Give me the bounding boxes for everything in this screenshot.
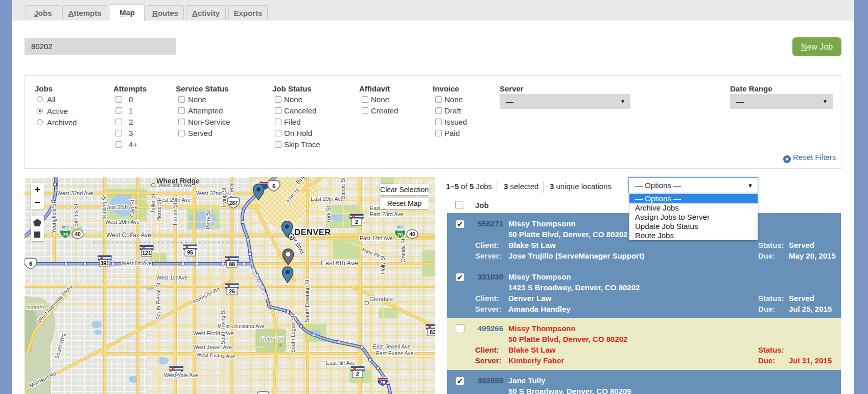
svg-text:391: 391 bbox=[100, 260, 109, 266]
svg-text:Carr St: Carr St bbox=[129, 200, 135, 217]
svg-text:2: 2 bbox=[356, 371, 359, 377]
svg-text:25: 25 bbox=[380, 380, 386, 385]
svg-text:Holly St: Holly St bbox=[380, 256, 386, 274]
svg-text:Glendale: Glendale bbox=[369, 296, 393, 302]
svg-text:83: 83 bbox=[430, 329, 435, 335]
svg-text:★: ★ bbox=[289, 235, 293, 240]
svg-text:Perry St: Perry St bbox=[205, 210, 211, 229]
svg-text:West 6th Ave: West 6th Ave bbox=[122, 261, 152, 266]
svg-text:Oneida St: Oneida St bbox=[400, 239, 406, 263]
svg-text:West Colfax Ave: West Colfax Ave bbox=[106, 231, 151, 239]
svg-text:6: 6 bbox=[29, 261, 32, 267]
svg-text:Pierce St: Pierce St bbox=[156, 200, 162, 222]
svg-text:West 32nd Ave: West 32nd Ave bbox=[57, 190, 93, 196]
svg-text:West Florida Ave: West Florida Ave bbox=[193, 330, 233, 336]
svg-text:South Logan St: South Logan St bbox=[290, 316, 296, 353]
svg-text:287: 287 bbox=[229, 200, 238, 206]
svg-text:York St: York St bbox=[325, 206, 332, 223]
svg-text:ountain: ountain bbox=[26, 304, 44, 310]
svg-text:Steele St: Steele St bbox=[340, 177, 346, 199]
svg-text:Ruby Hill: Ruby Hill bbox=[261, 336, 284, 342]
svg-text:East Jewell Ave: East Jewell Ave bbox=[373, 343, 411, 350]
svg-text:East 23rd Ave: East 23rd Ave bbox=[370, 211, 403, 217]
svg-text:2: 2 bbox=[355, 219, 358, 225]
svg-text:Irving St: Irving St bbox=[221, 188, 227, 207]
svg-text:East Evans Ave: East Evans Ave bbox=[376, 350, 414, 356]
svg-text:South Irving St: South Irving St bbox=[220, 309, 226, 344]
svg-text:6: 6 bbox=[272, 183, 275, 189]
svg-text:Simms St: Simms St bbox=[73, 204, 79, 227]
svg-text:East Iliff Ave: East Iliff Ave bbox=[326, 360, 356, 366]
svg-text:West Yale Ave: West Yale Ave bbox=[164, 372, 198, 378]
svg-text:East 6th Ave: East 6th Ave bbox=[321, 259, 358, 267]
svg-text:South Pierce St: South Pierce St bbox=[155, 283, 161, 320]
svg-text:East 29th Ave: East 29th Ave bbox=[311, 196, 344, 202]
svg-text:East 14th Ave: East 14th Ave bbox=[360, 235, 393, 241]
svg-text:West 1st Ave: West 1st Ave bbox=[156, 274, 187, 281]
svg-text:South Downing St: South Downing St bbox=[304, 280, 310, 322]
svg-text:Teller St: Teller St bbox=[150, 194, 156, 213]
svg-text:121: 121 bbox=[142, 250, 151, 256]
svg-text:West 20th Ave: West 20th Ave bbox=[105, 219, 139, 225]
svg-text:Harlan St: Harlan St bbox=[172, 203, 178, 225]
svg-text:26: 26 bbox=[229, 288, 235, 294]
svg-text:Kipling St: Kipling St bbox=[101, 195, 107, 218]
svg-text:Wheat Ridge: Wheat Ridge bbox=[156, 177, 200, 185]
svg-text:DENVER: DENVER bbox=[294, 227, 331, 237]
svg-text:88: 88 bbox=[229, 261, 235, 267]
svg-text:West Jewell Ave: West Jewell Ave bbox=[193, 344, 232, 350]
svg-text:95: 95 bbox=[187, 249, 193, 256]
svg-text:Youngfield St: Youngfield St bbox=[51, 202, 57, 234]
